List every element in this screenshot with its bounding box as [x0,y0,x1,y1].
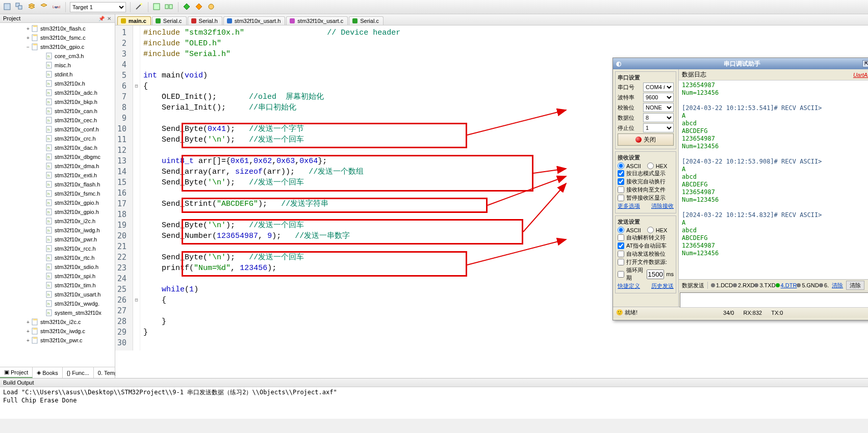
tree-item[interactable]: hmisc.h [39,61,115,70]
project-tree[interactable]: +stm32f10x_flash.c+stm32f10x_fsmc.c−stm3… [0,23,115,367]
debug-icon[interactable] [207,3,216,12]
tree-item[interactable]: hsystem_stm32f10x [39,308,115,317]
svg-rect-81 [33,328,37,330]
editor-tab[interactable]: stm32f10x_usart.h [223,16,286,25]
tree-item[interactable]: hstm32f10x_dac.h [39,143,115,152]
tree-item[interactable]: hstm32f10x_adc.h [39,88,115,97]
recv-log-check[interactable] [618,170,624,177]
tree-item[interactable]: hstm32f10x_fsmc.h [39,189,115,198]
wand-icon[interactable] [135,3,144,12]
tree-item[interactable]: hstm32f10x_crc.h [39,134,115,143]
tree-item[interactable]: hstm32f10x_rtc.h [39,253,115,262]
target-select[interactable]: Target 1 [70,2,126,12]
diamond-orange-icon[interactable] [195,3,204,12]
recv-autolf-check[interactable] [618,178,624,185]
tree-item[interactable]: hstm32f10x_i2c.h [39,216,115,226]
send-crc-check[interactable] [618,251,624,257]
stopbits-select[interactable]: 1 [643,123,674,132]
stack2-icon[interactable] [40,3,49,12]
tree-item[interactable]: +stm32f10x_i2c.c [24,317,115,327]
options-icon[interactable] [152,3,162,12]
quickdef-link[interactable]: 快捷定义 [618,282,640,290]
recv-ascii-radio[interactable] [618,163,624,169]
tree-item[interactable]: hstm32f10x_bkp.h [39,97,115,106]
tree-item[interactable]: hstm32f10x_tim.h [39,281,115,290]
close-port-button[interactable]: 关闭 [618,133,674,146]
editor-tab[interactable]: Serial.h [188,16,222,25]
tree-item[interactable]: hstm32f10x_usart.h [39,290,115,299]
send-ascii-radio[interactable] [618,227,624,233]
pin-icon[interactable]: ⇱ [862,60,868,67]
hfile-icon: h [46,52,53,60]
loop-check[interactable] [618,271,624,278]
tree-item[interactable]: hstm32f10x_spi.h [39,272,115,281]
project-tab-functions[interactable]: {}Func... [63,367,94,378]
tree-item[interactable]: hstm32f10x_sdio.h [39,262,115,272]
tree-item[interactable]: hcore_cm3.h [39,51,115,61]
send-escape-check[interactable] [618,234,624,241]
diamond-green-icon[interactable] [183,3,192,12]
send-textarea[interactable] [680,292,868,308]
tree-item[interactable]: +stm32f10x_iwdg.c [24,327,115,336]
cpage-icon [32,318,39,326]
recv-more-link[interactable]: 更多选项 [618,202,640,210]
send-atcr-check[interactable] [618,242,624,249]
tree-item[interactable]: hstm32f10x_dma.h [39,161,115,171]
tree-item[interactable]: hstm32f10x_pwr.h [39,235,115,244]
send-fromfile-check[interactable] [618,259,624,265]
build-icon[interactable] [3,3,12,12]
clear-button[interactable]: 清除 [846,281,864,290]
tree-item[interactable]: hstm32f10x_cec.h [39,116,115,125]
clear-inline-link[interactable]: 清除 [832,282,843,289]
code-body[interactable]: #include "stm32f10x.h" // Device header#… [140,25,400,350]
parity-select[interactable]: NONE [643,103,674,112]
tree-item[interactable]: hstm32f10x_can.h [39,106,115,116]
tree-item[interactable]: hstm32f10x.h [39,79,115,88]
tree-item[interactable]: hstm32f10x_rcc.h [39,244,115,253]
loop-interval-input[interactable] [647,269,664,279]
fold-column[interactable]: ⊟ ⊟ [133,25,140,350]
led-dot-icon [733,283,737,287]
tree-item[interactable]: hstdint.h [39,70,115,79]
recv-hex-radio[interactable] [647,163,654,169]
panel-pin-icons[interactable]: 📌 ✕ [98,16,112,21]
build-output-body[interactable]: Load "C:\\Users\\asus\\Desktop\\STM32Pro… [0,387,868,405]
editor-tab[interactable]: main.c [117,16,151,25]
tree-item[interactable]: hstm32f10x_gpio.h [39,207,115,216]
tree-item[interactable]: hstm32f10x_exti.h [39,171,115,180]
databits-select[interactable]: 8 [643,113,674,122]
recv-tofile-check[interactable] [618,186,624,193]
signal-led: 3.TXD [754,282,775,288]
recv-pause-check[interactable] [618,195,624,201]
signal-led: 1.DCD [711,282,733,288]
baud-select[interactable]: 9600 [643,93,674,102]
tree-item[interactable]: hstm32f10x_dbgmc [39,152,115,161]
serial-titlebar[interactable]: ◐ 串口调试助手 ⇱ ─ □ ✕ [613,58,868,69]
tree-item[interactable]: +stm32f10x_fsmc.c [24,33,115,42]
tree-item[interactable]: −stm32f10x_gpio.c [24,42,115,51]
port-select[interactable]: COM4 #JL [643,83,674,92]
project-tab-project[interactable]: ▣Project [0,367,33,378]
tree-item[interactable]: hstm32f10x_flash.h [39,180,115,189]
tree-item[interactable]: hstm32f10x_conf.h [39,125,115,134]
historysend-link[interactable]: 历史发送 [651,282,674,290]
editor-tab[interactable]: Serial.c [349,16,384,25]
stack-icon[interactable] [28,3,37,12]
serial-assistant-window[interactable]: ◐ 串口调试助手 ⇱ ─ □ ✕ 串口设置 串口号COM4 #JL 波特率960… [612,58,868,320]
editor-tab[interactable]: Serial.c [152,16,187,25]
send-hex-radio[interactable] [647,227,654,233]
tree-item[interactable]: hstm32f10x_wwdg. [39,299,115,308]
data-log-body[interactable]: 123654987Num=123456 [2024-03-22 10:12:53… [679,80,868,279]
tree-item[interactable]: +stm32f10x_pwr.c [24,336,115,345]
rebuild-icon[interactable] [15,3,24,12]
svg-text:h: h [47,182,49,187]
tree-item[interactable]: hstm32f10x_iwdg.h [39,226,115,235]
download-icon[interactable]: Load [52,3,61,12]
recv-clear-link[interactable]: 清除接收 [651,202,674,210]
tree-item[interactable]: hstm32f10x_gpio.h [39,198,115,207]
tree-item[interactable]: +stm32f10x_flash.c [24,24,115,33]
options2-icon[interactable] [165,3,174,12]
project-tab-books[interactable]: ◈Books [33,367,63,378]
log-line: Num=123456 [682,143,868,150]
editor-tab[interactable]: stm32f10x_usart.c [286,16,348,25]
